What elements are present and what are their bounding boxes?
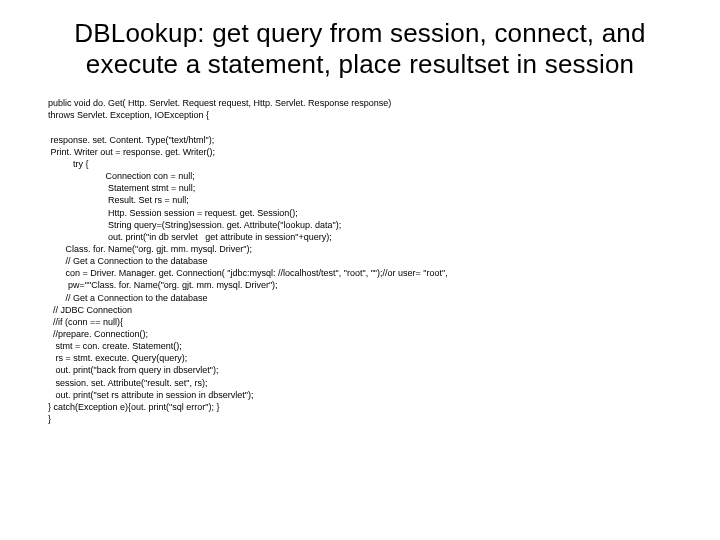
slide: DBLookup: get query from session, connec… (0, 0, 720, 540)
code-block: public void do. Get( Http. Servlet. Requ… (48, 97, 680, 425)
slide-title: DBLookup: get query from session, connec… (40, 18, 680, 79)
